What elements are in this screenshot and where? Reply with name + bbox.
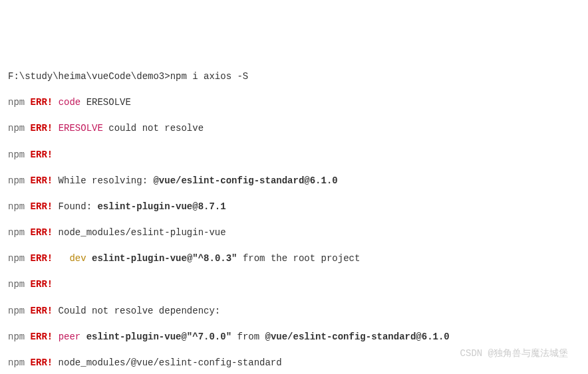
err-line: npm ERR! While resolving: @vue/eslint-co… xyxy=(8,175,580,188)
err-line: npm ERR! xyxy=(8,278,580,292)
err-line: npm ERR! Could not resolve dependency: xyxy=(8,305,580,318)
err-line: npm ERR! code ERESOLVE xyxy=(8,96,580,110)
err-line: npm ERR! peer eslint-plugin-vue@"^7.0.0"… xyxy=(8,331,580,344)
err-line: npm ERR! dev eslint-plugin-vue@"^8.0.3" … xyxy=(8,252,580,266)
command-prompt: F:\study\heima\vueCode\demo3>npm i axios… xyxy=(8,70,580,84)
terminal-output: F:\study\heima\vueCode\demo3>npm i axios… xyxy=(8,57,580,374)
err-line: npm ERR! Found: eslint-plugin-vue@8.7.1 xyxy=(8,201,580,214)
err-line: npm ERR! node_modules/eslint-plugin-vue xyxy=(8,227,580,240)
err-line: npm ERR! ERESOLVE could not resolve xyxy=(8,122,580,136)
err-line: npm ERR! node_modules/@vue/eslint-config… xyxy=(8,357,580,370)
err-line: npm ERR! xyxy=(8,149,580,162)
